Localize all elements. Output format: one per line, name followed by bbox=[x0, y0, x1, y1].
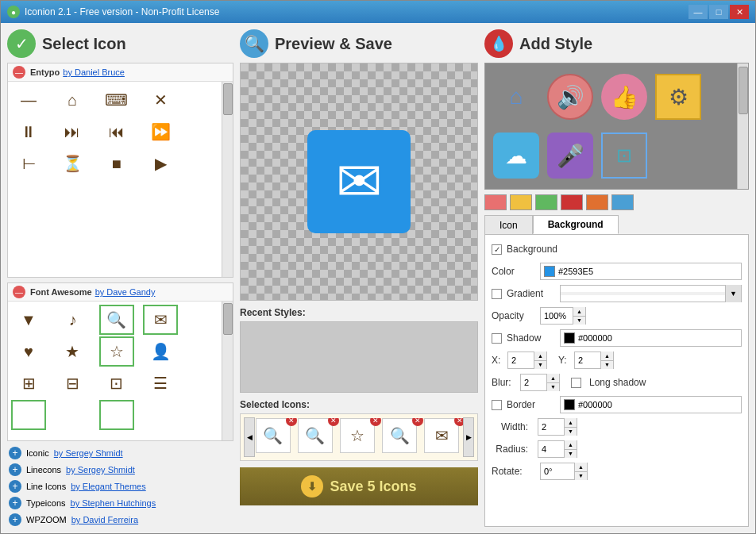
strip-remove-badge-5[interactable]: ✕ bbox=[454, 418, 463, 426]
width-up-button[interactable]: ▲ bbox=[565, 418, 577, 428]
icon-cell[interactable]: ■ bbox=[99, 148, 134, 179]
strip-remove-badge-4[interactable]: ✕ bbox=[412, 418, 423, 426]
icon-cell[interactable]: ⌨ bbox=[99, 85, 134, 115]
linecons-expand-button[interactable]: + bbox=[9, 463, 21, 476]
icon-cell-mail[interactable]: ✉ bbox=[143, 305, 178, 335]
radius-spinner[interactable]: 4 ▲ ▼ bbox=[538, 440, 577, 458]
icon-cell[interactable]: ⏳ bbox=[55, 148, 90, 179]
tab-background[interactable]: Background bbox=[533, 215, 619, 234]
strip-scroll-left-button[interactable]: ◀ bbox=[244, 417, 255, 457]
icon-cell[interactable]: ⌂ bbox=[55, 85, 90, 115]
icon-cell[interactable]: ▶ bbox=[143, 148, 178, 179]
width-spinner[interactable]: 2 ▲ ▼ bbox=[538, 418, 577, 436]
rotate-down-button[interactable]: ▼ bbox=[575, 472, 587, 481]
minimize-button[interactable]: — bbox=[688, 5, 708, 19]
icon-cell[interactable]: ⏸ bbox=[11, 117, 46, 147]
icon-cell[interactable] bbox=[187, 368, 222, 398]
blur-up-button[interactable]: ▲ bbox=[547, 374, 559, 383]
blur-down-button[interactable]: ▼ bbox=[547, 383, 559, 392]
style-icon-volume[interactable]: 🔊 bbox=[547, 74, 593, 120]
wpzoom-link[interactable]: by David Ferreira bbox=[71, 515, 138, 524]
entypo-scrollbar[interactable] bbox=[222, 82, 233, 277]
lineicons-expand-button[interactable]: + bbox=[9, 480, 21, 493]
icon-cell-bottom2[interactable] bbox=[99, 400, 134, 430]
icon-cell[interactable] bbox=[187, 117, 222, 147]
icon-cell[interactable]: ⊞ bbox=[11, 368, 46, 398]
library-item-iconic[interactable]: + Iconic by Sergey Shmidt bbox=[7, 446, 233, 460]
style-icon-gear[interactable]: ⚙ bbox=[655, 74, 701, 120]
icon-cell[interactable] bbox=[187, 85, 222, 115]
icon-cell[interactable]: ⊟ bbox=[55, 368, 90, 398]
color-input[interactable]: #2593E5 bbox=[540, 263, 742, 280]
opacity-spinner[interactable]: 100% ▲ ▼ bbox=[540, 307, 586, 325]
gradient-checkbox[interactable] bbox=[492, 289, 502, 299]
tab-icon[interactable]: Icon bbox=[484, 215, 533, 234]
style-icon-selected[interactable]: ⊡ bbox=[601, 133, 647, 179]
radius-up-button[interactable]: ▲ bbox=[565, 440, 577, 450]
x-down-button[interactable]: ▼ bbox=[534, 361, 546, 370]
gradient-select[interactable]: ▼ bbox=[560, 285, 742, 302]
icon-cell[interactable]: ☰ bbox=[143, 368, 178, 398]
icon-cell-bottom1[interactable] bbox=[11, 400, 46, 430]
entypo-collapse-button[interactable]: — bbox=[13, 66, 25, 79]
style-icon-cloud[interactable]: ☁ bbox=[493, 133, 539, 179]
style-icon-mic[interactable]: 🎤 bbox=[547, 133, 593, 179]
icon-cell[interactable]: ⏩ bbox=[143, 117, 178, 147]
y-down-button[interactable]: ▼ bbox=[601, 361, 613, 370]
linecons-link[interactable]: by Sergey Shmidt bbox=[66, 465, 135, 474]
library-item-linecons[interactable]: + Linecons by Sergey Shmidt bbox=[7, 463, 233, 477]
rotate-up-button[interactable]: ▲ bbox=[575, 463, 587, 472]
icon-cell[interactable]: — bbox=[11, 85, 46, 115]
strip-scroll-right-button[interactable]: ▶ bbox=[463, 417, 474, 457]
opacity-up-button[interactable]: ▲ bbox=[573, 307, 585, 317]
library-item-typeicons[interactable]: + Typeicons by Stephen Hutchings bbox=[7, 496, 233, 510]
strip-remove-badge-2[interactable]: ✕ bbox=[328, 418, 339, 426]
gradient-select-arrow[interactable]: ▼ bbox=[725, 285, 741, 302]
style-icon-home[interactable]: ⌂ bbox=[493, 74, 539, 120]
border-checkbox[interactable] bbox=[492, 400, 502, 410]
icon-cell[interactable]: ✕ bbox=[143, 85, 178, 115]
blur-spinner[interactable]: 2 ▲ ▼ bbox=[520, 374, 560, 391]
rotate-spinner[interactable]: 0° ▲ ▼ bbox=[540, 463, 588, 480]
close-button[interactable]: ✕ bbox=[730, 5, 749, 19]
iconic-expand-button[interactable]: + bbox=[9, 447, 21, 459]
shadow-color-input[interactable]: #000000 bbox=[560, 329, 742, 347]
strip-remove-badge-3[interactable]: ✕ bbox=[370, 418, 381, 426]
wpzoom-expand-button[interactable]: + bbox=[9, 513, 21, 526]
swatch-orange[interactable] bbox=[586, 194, 608, 210]
icon-cell[interactable]: ⊢ bbox=[11, 148, 46, 179]
icon-cell[interactable]: 👤 bbox=[143, 336, 178, 367]
fontawesome-scrollbar[interactable] bbox=[222, 302, 233, 440]
width-down-button[interactable]: ▼ bbox=[565, 428, 577, 436]
icon-cell[interactable]: ♪ bbox=[55, 305, 90, 335]
swatch-green[interactable] bbox=[535, 194, 557, 210]
entypo-link[interactable]: by Daniel Bruce bbox=[63, 67, 125, 77]
strip-remove-badge-1[interactable]: ✕ bbox=[286, 418, 297, 426]
typeicons-expand-button[interactable]: + bbox=[9, 497, 21, 509]
shadow-checkbox[interactable] bbox=[492, 333, 502, 344]
swatch-yellow[interactable] bbox=[510, 194, 532, 210]
lineicons-link[interactable]: by Elegant Themes bbox=[71, 482, 146, 491]
y-up-button[interactable]: ▲ bbox=[601, 352, 613, 361]
icon-cell-star[interactable]: ☆ bbox=[99, 336, 134, 367]
fontawesome-collapse-button[interactable]: — bbox=[13, 286, 25, 298]
icon-cell[interactable] bbox=[187, 336, 222, 367]
library-item-lineicons[interactable]: + Line Icons by Elegant Themes bbox=[7, 479, 233, 494]
typeicons-link[interactable]: by Stephen Hutchings bbox=[71, 498, 156, 508]
fontawesome-link[interactable]: by Dave Gandy bbox=[95, 287, 156, 297]
long-shadow-checkbox[interactable] bbox=[571, 378, 581, 388]
save-button[interactable]: ⬇ Save 5 Icons bbox=[240, 467, 478, 505]
icon-cell[interactable]: ▼ bbox=[11, 305, 46, 335]
maximize-button[interactable]: □ bbox=[709, 5, 728, 19]
swatch-blue[interactable] bbox=[611, 194, 634, 210]
icon-cell[interactable]: ⏮ bbox=[99, 117, 134, 147]
style-preview-scrollbar[interactable] bbox=[737, 63, 748, 189]
background-checkbox[interactable] bbox=[492, 244, 502, 255]
opacity-down-button[interactable]: ▼ bbox=[573, 317, 585, 325]
x-up-button[interactable]: ▲ bbox=[534, 352, 546, 361]
library-item-wpzoom[interactable]: + WPZOOM by David Ferreira bbox=[7, 513, 233, 527]
icon-cell[interactable] bbox=[187, 305, 222, 335]
style-icon-thumb[interactable]: 👍 bbox=[601, 74, 647, 120]
icon-cell[interactable]: ★ bbox=[55, 336, 90, 367]
y-spinner[interactable]: 2 ▲ ▼ bbox=[574, 352, 614, 369]
